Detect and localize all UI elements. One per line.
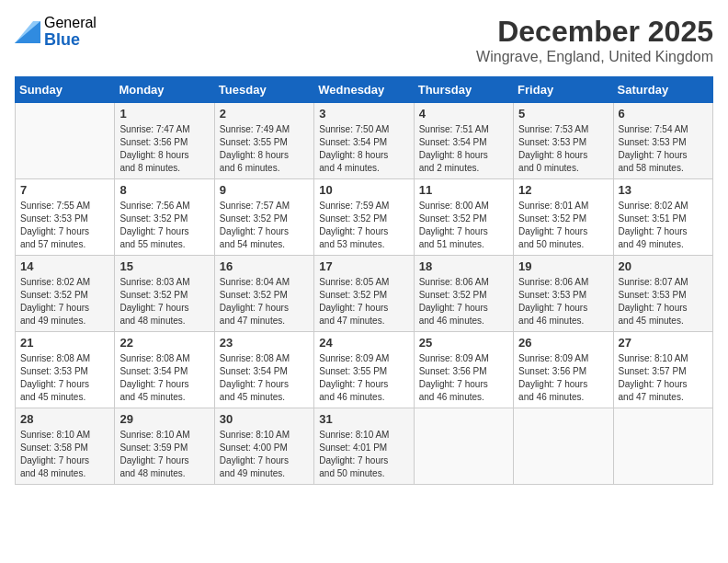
day-number: 21 [20,336,109,350]
calendar-cell: 11Sunrise: 8:00 AM Sunset: 3:52 PM Dayli… [414,179,513,256]
day-info: Sunrise: 8:01 AM Sunset: 3:52 PM Dayligh… [518,200,608,251]
svg-marker-1 [15,21,40,43]
calendar-cell: 8Sunrise: 7:56 AM Sunset: 3:52 PM Daylig… [115,179,214,256]
logo: General Blue [15,15,97,49]
day-number: 12 [518,183,608,197]
logo-blue: Blue [44,31,97,50]
day-info: Sunrise: 8:06 AM Sunset: 3:53 PM Dayligh… [518,276,608,327]
day-info: Sunrise: 8:10 AM Sunset: 3:59 PM Dayligh… [119,429,209,480]
calendar-cell: 29Sunrise: 8:10 AM Sunset: 3:59 PM Dayli… [115,408,214,485]
day-info: Sunrise: 8:02 AM Sunset: 3:51 PM Dayligh… [619,200,708,251]
day-info: Sunrise: 7:49 AM Sunset: 3:55 PM Dayligh… [220,123,309,175]
day-info: Sunrise: 7:59 AM Sunset: 3:52 PM Dayligh… [319,200,408,251]
day-number: 6 [619,107,708,121]
day-number: 11 [419,183,508,197]
day-number: 25 [419,336,508,350]
page-header: General Blue December 2025 Wingrave, Eng… [15,15,713,65]
weekday-header: Thursday [414,77,513,103]
day-info: Sunrise: 7:55 AM Sunset: 3:53 PM Dayligh… [20,200,109,251]
day-number: 15 [119,259,209,273]
calendar-cell: 30Sunrise: 8:10 AM Sunset: 4:00 PM Dayli… [214,408,313,485]
calendar-table: SundayMondayTuesdayWednesdayThursdayFrid… [15,76,713,485]
calendar-cell: 13Sunrise: 8:02 AM Sunset: 3:51 PM Dayli… [613,179,712,256]
day-number: 1 [119,107,209,121]
day-info: Sunrise: 8:09 AM Sunset: 3:56 PM Dayligh… [419,352,508,404]
day-info: Sunrise: 7:57 AM Sunset: 3:52 PM Dayligh… [220,200,309,251]
calendar-cell: 21Sunrise: 8:08 AM Sunset: 3:53 PM Dayli… [16,332,115,408]
day-number: 27 [619,336,708,350]
day-number: 14 [20,259,109,273]
calendar-cell: 23Sunrise: 8:08 AM Sunset: 3:54 PM Dayli… [214,332,313,408]
day-info: Sunrise: 8:09 AM Sunset: 3:55 PM Dayligh… [319,352,408,404]
calendar-cell: 14Sunrise: 8:02 AM Sunset: 3:52 PM Dayli… [16,256,115,332]
day-info: Sunrise: 8:00 AM Sunset: 3:52 PM Dayligh… [419,200,508,251]
day-number: 19 [518,259,608,273]
day-info: Sunrise: 8:04 AM Sunset: 3:52 PM Dayligh… [220,276,309,327]
day-info: Sunrise: 8:10 AM Sunset: 4:00 PM Dayligh… [220,429,309,480]
day-number: 28 [20,412,109,426]
day-number: 22 [119,336,209,350]
day-info: Sunrise: 7:50 AM Sunset: 3:54 PM Dayligh… [319,123,408,175]
day-info: Sunrise: 8:07 AM Sunset: 3:53 PM Dayligh… [619,276,708,327]
day-info: Sunrise: 8:02 AM Sunset: 3:52 PM Dayligh… [20,276,109,327]
logo-icon [15,21,40,43]
weekday-header: Tuesday [214,77,313,103]
calendar-cell: 3Sunrise: 7:50 AM Sunset: 3:54 PM Daylig… [314,103,414,179]
day-info: Sunrise: 8:03 AM Sunset: 3:52 PM Dayligh… [119,276,209,327]
calendar-cell: 12Sunrise: 8:01 AM Sunset: 3:52 PM Dayli… [514,179,613,256]
calendar-cell: 31Sunrise: 8:10 AM Sunset: 4:01 PM Dayli… [314,408,414,485]
day-number: 24 [319,336,408,350]
day-info: Sunrise: 7:51 AM Sunset: 3:54 PM Dayligh… [419,123,508,175]
day-info: Sunrise: 8:08 AM Sunset: 3:54 PM Dayligh… [119,352,209,404]
calendar-cell: 24Sunrise: 8:09 AM Sunset: 3:55 PM Dayli… [314,332,414,408]
day-number: 10 [319,183,408,197]
calendar-cell [514,408,613,485]
day-number: 17 [319,259,408,273]
calendar-week-row: 7Sunrise: 7:55 AM Sunset: 3:53 PM Daylig… [16,179,713,256]
logo-general: General [44,15,97,31]
day-info: Sunrise: 7:47 AM Sunset: 3:56 PM Dayligh… [119,123,209,175]
calendar-cell [414,408,513,485]
calendar-cell: 4Sunrise: 7:51 AM Sunset: 3:54 PM Daylig… [414,103,513,179]
day-info: Sunrise: 8:05 AM Sunset: 3:52 PM Dayligh… [319,276,408,327]
calendar-cell: 26Sunrise: 8:09 AM Sunset: 3:56 PM Dayli… [514,332,613,408]
day-number: 20 [619,259,708,273]
day-number: 31 [319,412,408,426]
calendar-title: December 2025 [476,15,713,49]
calendar-week-row: 1Sunrise: 7:47 AM Sunset: 3:56 PM Daylig… [16,103,713,179]
weekday-header: Monday [115,77,214,103]
calendar-location: Wingrave, England, United Kingdom [476,49,713,65]
calendar-week-row: 14Sunrise: 8:02 AM Sunset: 3:52 PM Dayli… [16,256,713,332]
day-info: Sunrise: 8:10 AM Sunset: 3:57 PM Dayligh… [619,352,708,404]
calendar-cell [16,103,115,179]
day-number: 2 [220,107,309,121]
calendar-cell: 25Sunrise: 8:09 AM Sunset: 3:56 PM Dayli… [414,332,513,408]
day-number: 30 [220,412,309,426]
day-number: 3 [319,107,408,121]
calendar-cell: 15Sunrise: 8:03 AM Sunset: 3:52 PM Dayli… [115,256,214,332]
title-block: December 2025 Wingrave, England, United … [476,15,713,65]
calendar-cell: 20Sunrise: 8:07 AM Sunset: 3:53 PM Dayli… [613,256,712,332]
day-info: Sunrise: 8:10 AM Sunset: 3:58 PM Dayligh… [20,429,109,480]
day-number: 5 [518,107,608,121]
weekday-header: Friday [514,77,613,103]
calendar-cell: 27Sunrise: 8:10 AM Sunset: 3:57 PM Dayli… [613,332,712,408]
day-info: Sunrise: 7:54 AM Sunset: 3:53 PM Dayligh… [619,123,708,175]
day-info: Sunrise: 8:09 AM Sunset: 3:56 PM Dayligh… [518,352,608,404]
day-number: 4 [419,107,508,121]
day-info: Sunrise: 7:56 AM Sunset: 3:52 PM Dayligh… [119,200,209,251]
day-number: 9 [220,183,309,197]
day-number: 29 [119,412,209,426]
calendar-week-row: 28Sunrise: 8:10 AM Sunset: 3:58 PM Dayli… [16,408,713,485]
calendar-week-row: 21Sunrise: 8:08 AM Sunset: 3:53 PM Dayli… [16,332,713,408]
day-info: Sunrise: 8:06 AM Sunset: 3:52 PM Dayligh… [419,276,508,327]
day-info: Sunrise: 8:08 AM Sunset: 3:54 PM Dayligh… [220,352,309,404]
day-number: 23 [220,336,309,350]
day-number: 18 [419,259,508,273]
day-info: Sunrise: 8:08 AM Sunset: 3:53 PM Dayligh… [20,352,109,404]
weekday-header: Saturday [613,77,712,103]
calendar-cell [613,408,712,485]
logo-text: General Blue [44,15,97,49]
calendar-cell: 9Sunrise: 7:57 AM Sunset: 3:52 PM Daylig… [214,179,313,256]
weekday-header: Wednesday [314,77,414,103]
